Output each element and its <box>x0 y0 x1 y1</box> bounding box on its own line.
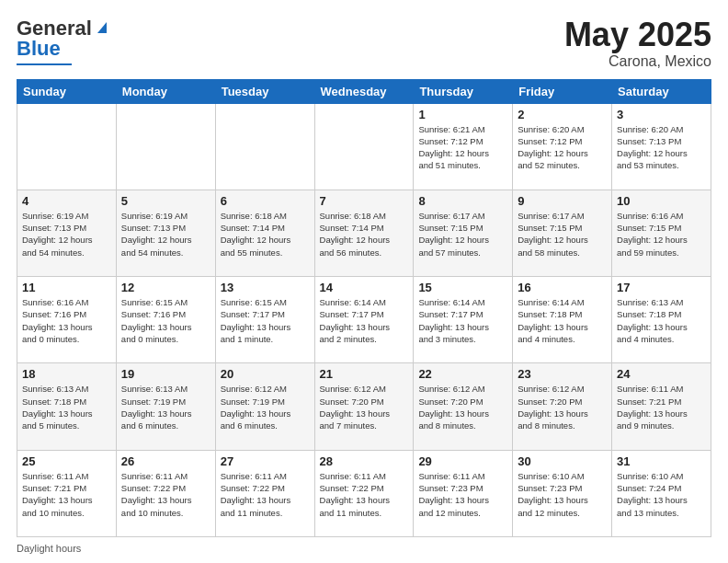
day-number: 29 <box>418 454 507 468</box>
calendar-cell: 11Sunrise: 6:16 AM Sunset: 7:16 PM Dayli… <box>17 277 117 363</box>
day-number: 30 <box>518 454 607 468</box>
weekday-header-row: SundayMondayTuesdayWednesdayThursdayFrid… <box>17 79 711 103</box>
day-info: Sunrise: 6:17 AM Sunset: 7:15 PM Dayligh… <box>518 210 607 259</box>
day-info: Sunrise: 6:19 AM Sunset: 7:13 PM Dayligh… <box>22 210 111 259</box>
day-number: 6 <box>221 194 310 208</box>
calendar-cell: 3Sunrise: 6:20 AM Sunset: 7:13 PM Daylig… <box>612 103 711 190</box>
calendar-location: Carona, Mexico <box>564 53 711 70</box>
logo-blue-text: Blue <box>17 37 61 61</box>
day-info: Sunrise: 6:16 AM Sunset: 7:16 PM Dayligh… <box>22 296 111 345</box>
calendar-cell: 8Sunrise: 6:17 AM Sunset: 7:15 PM Daylig… <box>414 190 513 276</box>
day-info: Sunrise: 6:18 AM Sunset: 7:14 PM Dayligh… <box>320 210 409 259</box>
day-number: 8 <box>418 194 507 208</box>
day-info: Sunrise: 6:12 AM Sunset: 7:19 PM Dayligh… <box>221 383 310 431</box>
day-number: 27 <box>221 454 310 468</box>
day-info: Sunrise: 6:11 AM Sunset: 7:22 PM Dayligh… <box>121 470 210 519</box>
day-number: 4 <box>22 194 111 208</box>
day-number: 11 <box>22 281 111 294</box>
day-number: 28 <box>320 454 409 468</box>
calendar-cell: 30Sunrise: 6:10 AM Sunset: 7:23 PM Dayli… <box>513 450 612 536</box>
weekday-header-saturday: Saturday <box>612 79 711 103</box>
day-info: Sunrise: 6:13 AM Sunset: 7:18 PM Dayligh… <box>617 296 706 345</box>
day-info: Sunrise: 6:16 AM Sunset: 7:15 PM Dayligh… <box>617 210 706 259</box>
calendar-cell: 26Sunrise: 6:11 AM Sunset: 7:22 PM Dayli… <box>116 450 215 536</box>
footer: Daylight hours <box>17 543 711 554</box>
calendar-cell: 23Sunrise: 6:12 AM Sunset: 7:20 PM Dayli… <box>513 363 612 450</box>
calendar-cell: 1Sunrise: 6:21 AM Sunset: 7:12 PM Daylig… <box>414 103 513 190</box>
title-block: May 2025 Carona, Mexico <box>564 17 711 70</box>
day-info: Sunrise: 6:14 AM Sunset: 7:18 PM Dayligh… <box>518 296 607 345</box>
day-info: Sunrise: 6:12 AM Sunset: 7:20 PM Dayligh… <box>320 383 409 431</box>
calendar-cell: 12Sunrise: 6:15 AM Sunset: 7:16 PM Dayli… <box>116 277 215 363</box>
header: General Blue May 2025 Carona, Mexico <box>17 17 711 70</box>
calendar-week-5: 25Sunrise: 6:11 AM Sunset: 7:21 PM Dayli… <box>17 450 711 536</box>
page: General Blue May 2025 Carona, Mexico Sun… <box>0 0 728 563</box>
calendar-week-1: 1Sunrise: 6:21 AM Sunset: 7:12 PM Daylig… <box>17 103 711 190</box>
day-number: 2 <box>518 108 607 121</box>
day-number: 19 <box>121 367 210 381</box>
day-info: Sunrise: 6:20 AM Sunset: 7:12 PM Dayligh… <box>518 123 607 172</box>
day-info: Sunrise: 6:13 AM Sunset: 7:18 PM Dayligh… <box>22 383 111 431</box>
day-info: Sunrise: 6:10 AM Sunset: 7:24 PM Dayligh… <box>617 470 706 519</box>
calendar-cell: 19Sunrise: 6:13 AM Sunset: 7:19 PM Dayli… <box>116 363 215 450</box>
calendar-cell: 24Sunrise: 6:11 AM Sunset: 7:21 PM Dayli… <box>612 363 711 450</box>
calendar-cell: 13Sunrise: 6:15 AM Sunset: 7:17 PM Dayli… <box>215 277 314 363</box>
day-number: 15 <box>418 281 507 294</box>
calendar-cell: 27Sunrise: 6:11 AM Sunset: 7:22 PM Dayli… <box>215 450 314 536</box>
day-info: Sunrise: 6:15 AM Sunset: 7:16 PM Dayligh… <box>121 296 210 345</box>
calendar-week-3: 11Sunrise: 6:16 AM Sunset: 7:16 PM Dayli… <box>17 277 711 363</box>
logo: General Blue <box>17 17 110 65</box>
day-number: 5 <box>121 194 210 208</box>
day-number: 17 <box>617 281 706 294</box>
svg-marker-0 <box>97 22 107 33</box>
day-number: 24 <box>617 367 706 381</box>
day-number: 9 <box>518 194 607 208</box>
day-number: 16 <box>518 281 607 294</box>
calendar-cell: 14Sunrise: 6:14 AM Sunset: 7:17 PM Dayli… <box>314 277 414 363</box>
daylight-label: Daylight hours <box>17 543 81 554</box>
day-number: 21 <box>320 367 409 381</box>
day-info: Sunrise: 6:19 AM Sunset: 7:13 PM Dayligh… <box>121 210 210 259</box>
day-info: Sunrise: 6:12 AM Sunset: 7:20 PM Dayligh… <box>418 383 507 431</box>
calendar-cell: 9Sunrise: 6:17 AM Sunset: 7:15 PM Daylig… <box>513 190 612 276</box>
calendar-week-4: 18Sunrise: 6:13 AM Sunset: 7:18 PM Dayli… <box>17 363 711 450</box>
weekday-header-tuesday: Tuesday <box>215 79 314 103</box>
day-info: Sunrise: 6:12 AM Sunset: 7:20 PM Dayligh… <box>518 383 607 431</box>
calendar-cell: 29Sunrise: 6:11 AM Sunset: 7:23 PM Dayli… <box>414 450 513 536</box>
day-info: Sunrise: 6:20 AM Sunset: 7:13 PM Dayligh… <box>617 123 706 172</box>
weekday-header-friday: Friday <box>513 79 612 103</box>
day-number: 25 <box>22 454 111 468</box>
logo-underline <box>17 63 72 65</box>
calendar-cell: 7Sunrise: 6:18 AM Sunset: 7:14 PM Daylig… <box>314 190 414 276</box>
day-info: Sunrise: 6:10 AM Sunset: 7:23 PM Dayligh… <box>518 470 607 519</box>
calendar-cell: 22Sunrise: 6:12 AM Sunset: 7:20 PM Dayli… <box>414 363 513 450</box>
calendar-week-2: 4Sunrise: 6:19 AM Sunset: 7:13 PM Daylig… <box>17 190 711 276</box>
day-number: 23 <box>518 367 607 381</box>
day-info: Sunrise: 6:11 AM Sunset: 7:22 PM Dayligh… <box>221 470 310 519</box>
weekday-header-wednesday: Wednesday <box>314 79 414 103</box>
weekday-header-monday: Monday <box>116 79 215 103</box>
day-number: 3 <box>617 108 706 121</box>
weekday-header-sunday: Sunday <box>17 79 117 103</box>
day-info: Sunrise: 6:11 AM Sunset: 7:21 PM Dayligh… <box>617 383 706 431</box>
day-number: 10 <box>617 194 706 208</box>
day-info: Sunrise: 6:11 AM Sunset: 7:23 PM Dayligh… <box>418 470 507 519</box>
calendar-cell: 10Sunrise: 6:16 AM Sunset: 7:15 PM Dayli… <box>612 190 711 276</box>
calendar-title: May 2025 <box>564 17 711 53</box>
weekday-header-thursday: Thursday <box>414 79 513 103</box>
calendar-cell <box>116 103 215 190</box>
logo-triangle-icon <box>94 18 110 35</box>
day-number: 22 <box>418 367 507 381</box>
calendar-cell: 16Sunrise: 6:14 AM Sunset: 7:18 PM Dayli… <box>513 277 612 363</box>
calendar-cell: 6Sunrise: 6:18 AM Sunset: 7:14 PM Daylig… <box>215 190 314 276</box>
calendar-cell <box>314 103 414 190</box>
day-info: Sunrise: 6:13 AM Sunset: 7:19 PM Dayligh… <box>121 383 210 431</box>
calendar-cell: 17Sunrise: 6:13 AM Sunset: 7:18 PM Dayli… <box>612 277 711 363</box>
day-info: Sunrise: 6:21 AM Sunset: 7:12 PM Dayligh… <box>418 123 507 172</box>
calendar-cell: 5Sunrise: 6:19 AM Sunset: 7:13 PM Daylig… <box>116 190 215 276</box>
day-info: Sunrise: 6:11 AM Sunset: 7:22 PM Dayligh… <box>320 470 409 519</box>
calendar-cell: 15Sunrise: 6:14 AM Sunset: 7:17 PM Dayli… <box>414 277 513 363</box>
day-info: Sunrise: 6:14 AM Sunset: 7:17 PM Dayligh… <box>418 296 507 345</box>
calendar-table: SundayMondayTuesdayWednesdayThursdayFrid… <box>17 79 711 537</box>
calendar-cell: 4Sunrise: 6:19 AM Sunset: 7:13 PM Daylig… <box>17 190 117 276</box>
